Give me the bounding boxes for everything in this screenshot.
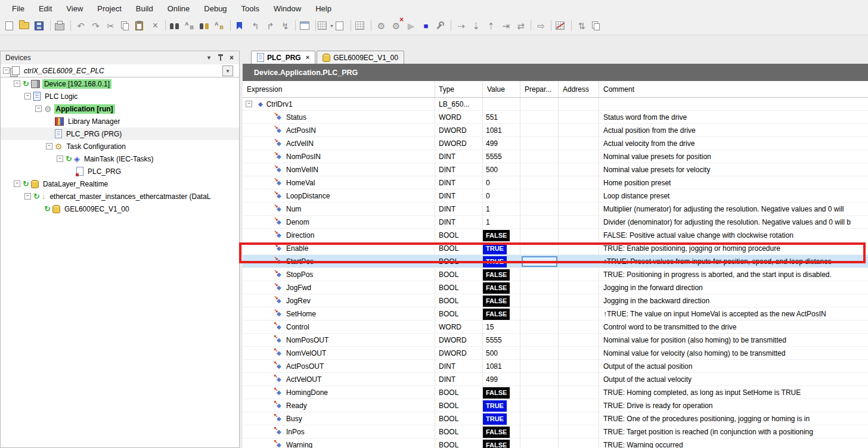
project-combo-dropdown[interactable]: ▼ <box>222 66 233 76</box>
watch-row-nomposin[interactable]: ◆NomPosINDINT5555Nominal value presets f… <box>243 150 868 163</box>
watch-row-control[interactable]: ◆ControlWORD15Control word to be transmi… <box>243 321 868 334</box>
save-icon[interactable] <box>33 19 47 33</box>
column-header-comment[interactable]: Comment <box>599 81 868 97</box>
write-values-icon[interactable] <box>590 19 603 33</box>
redo-icon[interactable]: ↷ <box>89 19 103 33</box>
build-icon[interactable]: ⚙ <box>374 19 388 33</box>
prepared-cell[interactable] <box>520 360 559 372</box>
menu-item-file[interactable]: File <box>5 1 32 16</box>
cut-icon[interactable]: ✂ <box>104 19 117 33</box>
tab-plc-prg[interactable]: PLC_PRG× <box>251 51 315 64</box>
menu-item-project[interactable]: Project <box>90 1 128 16</box>
prepared-cell[interactable] <box>520 268 559 281</box>
new-file-icon[interactable] <box>4 19 17 33</box>
watch-row-num[interactable]: ◆NumDINT1Multiplier (numerator) for adju… <box>243 203 868 216</box>
watch-row-actvelout[interactable]: ◆ActVelOUTDINT499Output of the actual ve… <box>243 373 868 386</box>
watch-row-direction[interactable]: ◆DirectionBOOLFALSEFALSE: Positive actua… <box>243 229 868 242</box>
undo-icon[interactable]: ↶ <box>74 19 88 33</box>
watch-row-loopdistance[interactable]: ◆LoopDistanceDINT0Loop distance preset <box>243 189 868 203</box>
close-icon[interactable]: × <box>227 53 237 63</box>
prepared-cell[interactable] <box>520 399 559 412</box>
prepared-cell[interactable] <box>520 255 559 267</box>
panel-menu-icon[interactable]: ▼ <box>204 53 214 63</box>
tree-expander-icon[interactable]: − <box>46 143 52 150</box>
menu-item-window[interactable]: Window <box>266 1 308 16</box>
watch-row-nomvelout[interactable]: ◆NomVelOUTDWORD500Nominal value for velo… <box>243 347 868 360</box>
watch-row-denom[interactable]: ◆DenomDINT1Divider (denominator) for adj… <box>243 216 868 229</box>
menu-item-online[interactable]: Online <box>160 1 197 16</box>
flow-control-icon[interactable] <box>554 19 568 33</box>
tree-expander-icon[interactable]: − <box>24 193 31 200</box>
print-icon[interactable] <box>54 19 67 33</box>
tree-item-task-configuration[interactable]: −⚙Task Configuration <box>1 140 239 153</box>
watch-row-stoppos[interactable]: ◆StopPosBOOLFALSETRUE: Positioning in pr… <box>243 268 868 281</box>
tree-item-application-run[interactable]: −⚙Application [run] <box>1 102 239 115</box>
new-object-icon[interactable] <box>334 19 348 33</box>
tree-item-device-192-168-0-1[interactable]: −↻Device [192.168.0.1] <box>1 77 239 90</box>
pin-icon[interactable] <box>215 53 225 63</box>
watch-row-actposout[interactable]: ◆ActPosOUTDINT1081Output of the actual p… <box>243 360 868 373</box>
tree-item-plc-logic[interactable]: −PLC Logic <box>1 90 239 102</box>
column-header-expression[interactable]: Expression <box>243 81 435 97</box>
menu-item-debug[interactable]: Debug <box>197 1 234 16</box>
delete-icon[interactable]: × <box>148 19 162 33</box>
tree-expander-icon[interactable]: − <box>35 105 42 112</box>
replace-icon[interactable] <box>184 19 197 33</box>
next-bookmark-icon[interactable]: ↱ <box>264 19 277 33</box>
prepared-cell[interactable] <box>520 150 559 163</box>
tree-item-datalayer-realtime[interactable]: −↻DataLayer_Realtime <box>1 178 239 190</box>
prepared-cell[interactable] <box>520 137 559 150</box>
prepared-cell[interactable] <box>520 111 559 123</box>
breakpoint-tools-icon[interactable] <box>434 19 448 33</box>
watch-row-warning[interactable]: ◆WarningBOOLFALSETRUE: Warning occurred <box>243 438 868 448</box>
declarations-dropdown-icon[interactable]: ▼ <box>319 19 333 33</box>
tree-item-ethercat-master-instances-ethercatmaster-datal[interactable]: −↻↓ethercat_master_instances_ethercatmas… <box>1 190 239 203</box>
tab-gel6009ec-v1-00[interactable]: GEL6009EC_V1_00 <box>317 51 404 64</box>
prepared-cell[interactable] <box>520 294 559 307</box>
tree-item-library-manager[interactable]: Library Manager <box>1 115 239 127</box>
step-out-icon[interactable]: ⇡ <box>484 19 498 33</box>
properties-icon[interactable] <box>299 19 312 33</box>
column-header-address[interactable]: Address <box>559 81 599 97</box>
menu-item-help[interactable]: Help <box>308 1 339 16</box>
prepared-cell[interactable] <box>520 347 559 359</box>
tree-expander-icon[interactable]: − <box>24 93 31 99</box>
prepared-cell[interactable] <box>520 242 559 254</box>
find-in-project-icon[interactable] <box>199 19 212 33</box>
replace-in-project-icon[interactable] <box>213 19 227 33</box>
tree-item-ctrlx-gel6009-ec-plc[interactable]: −ctrlX_GEL6009_EC_PLC▼ <box>1 64 239 77</box>
force-values-icon[interactable]: ⇅ <box>575 19 588 33</box>
prepared-cell[interactable] <box>520 98 559 110</box>
watch-row-inpos[interactable]: ◆InPosBOOLFALSETRUE: Target position is … <box>243 425 868 438</box>
tree-expander-icon[interactable]: − <box>3 67 10 74</box>
watch-row-actvelin[interactable]: ◆ActVelINDWORD499Actual velocity from th… <box>243 137 868 150</box>
watch-row-actposin[interactable]: ◆ActPosINDWORD1081Actual position from t… <box>243 124 868 137</box>
watch-list-icon[interactable] <box>354 19 368 33</box>
column-header-type[interactable]: Type <box>435 81 483 97</box>
prepared-cell[interactable] <box>520 124 559 136</box>
prepared-cell[interactable] <box>520 321 559 333</box>
watch-row-ctrldrv1[interactable]: −◆CtrlDrv1LB_650... <box>243 98 868 111</box>
open-project-icon[interactable] <box>18 19 32 33</box>
toggle-bookmark-icon[interactable] <box>234 19 247 33</box>
prepared-cell[interactable] <box>520 425 559 438</box>
prepared-cell[interactable] <box>520 307 559 320</box>
tree-expander-icon[interactable]: − <box>57 155 63 162</box>
prepared-cell[interactable] <box>520 373 559 385</box>
prepared-cell[interactable] <box>520 412 559 425</box>
copy-icon[interactable] <box>119 19 132 33</box>
watch-row-status[interactable]: ◆StatusWORD551Status word from the drive <box>243 111 868 124</box>
watch-row-busy[interactable]: ◆BusyBOOLTRUETRUE: One of the procedures… <box>243 412 868 425</box>
tree-expander-icon[interactable]: − <box>14 181 20 187</box>
prepared-cell[interactable] <box>520 438 559 448</box>
prepared-cell[interactable] <box>520 163 559 176</box>
prepared-cell[interactable] <box>520 281 559 294</box>
prepared-cell[interactable] <box>520 176 559 189</box>
find-icon[interactable] <box>169 19 182 33</box>
previous-bookmark-icon[interactable]: ↰ <box>249 19 262 33</box>
menu-item-build[interactable]: Build <box>129 1 160 16</box>
prepared-cell[interactable] <box>520 334 559 346</box>
menu-item-edit[interactable]: Edit <box>32 1 59 16</box>
watch-row-sethome[interactable]: ◆SetHomeBOOLFALSE↑TRUE: The value on inp… <box>243 307 868 321</box>
watch-row-homeval[interactable]: ◆HomeValDINT0Home position preset <box>243 176 868 189</box>
